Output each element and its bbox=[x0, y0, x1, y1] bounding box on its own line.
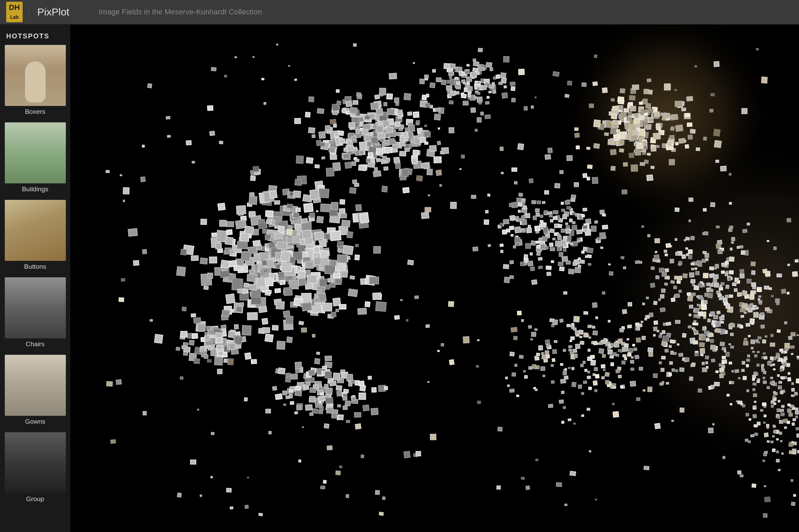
logo-lab: Lab bbox=[10, 14, 19, 20]
hotspot-thumb-chairs bbox=[5, 277, 66, 338]
logo-dh: DH bbox=[9, 3, 20, 12]
logo-area: DH Lab PixPlot bbox=[0, 2, 82, 23]
hotspot-label-chairs: Chairs bbox=[5, 338, 65, 351]
hotspot-label-buttons: Buttons bbox=[5, 261, 65, 273]
hotspot-label-buildings: Buildings bbox=[5, 183, 65, 196]
sidebar: HOTSPOTS BoxersBuildingsButtonsChairsGow… bbox=[0, 25, 70, 532]
app-header: DH Lab PixPlot Image Fields in the Meser… bbox=[0, 0, 799, 25]
hotspot-list: BoxersBuildingsButtonsChairsGownsGroup bbox=[0, 45, 70, 510]
hotspot-label-group: Group bbox=[5, 493, 65, 506]
hotspot-item-buttons[interactable]: Buttons bbox=[0, 200, 70, 277]
hotspot-item-buildings[interactable]: Buildings bbox=[0, 122, 70, 200]
header-subtitle: Image Fields in the Meserve-Kunhardt Col… bbox=[99, 8, 262, 16]
hotspots-section-label: HOTSPOTS bbox=[0, 25, 70, 45]
dh-lab-logo: DH Lab bbox=[6, 2, 23, 23]
hotspot-thumb-gowns bbox=[5, 355, 66, 416]
app-title: PixPlot bbox=[29, 6, 69, 18]
hotspot-label-boxers: Boxers bbox=[5, 106, 65, 118]
hotspot-item-chairs[interactable]: Chairs bbox=[0, 277, 70, 355]
hotspot-item-boxers[interactable]: Boxers bbox=[0, 45, 70, 122]
hotspot-thumb-buildings bbox=[5, 122, 66, 183]
canvas-area[interactable] bbox=[70, 25, 799, 532]
hotspot-thumb-buttons bbox=[5, 200, 66, 261]
hotspot-label-gowns: Gowns bbox=[5, 416, 65, 428]
main-area: HOTSPOTS BoxersBuildingsButtonsChairsGow… bbox=[0, 25, 799, 532]
scatter-canvas[interactable] bbox=[70, 25, 799, 532]
hotspot-thumb-boxers bbox=[5, 45, 66, 106]
hotspot-thumb-group bbox=[5, 432, 66, 493]
hotspot-item-group[interactable]: Group bbox=[0, 432, 70, 510]
hotspot-item-gowns[interactable]: Gowns bbox=[0, 355, 70, 432]
